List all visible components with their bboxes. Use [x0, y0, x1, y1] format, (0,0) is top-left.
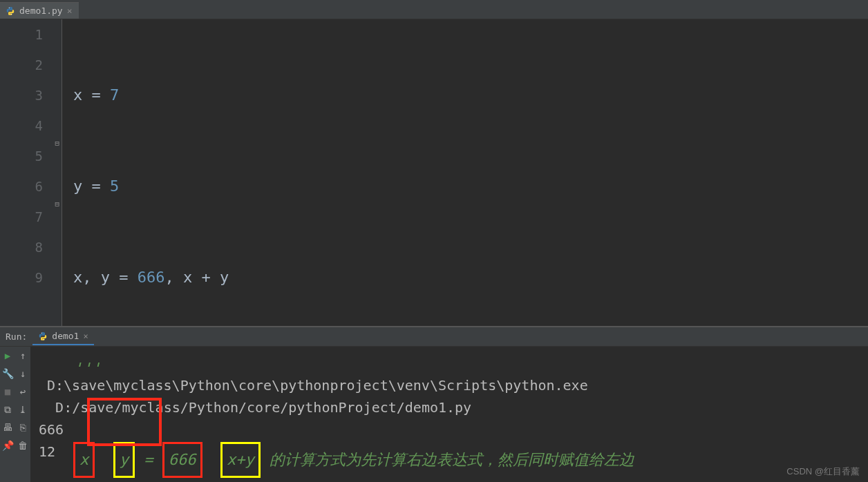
python-file-icon [38, 331, 48, 341]
line-number: 1 [0, 19, 43, 50]
wrench-icon[interactable]: 🔧 [1, 367, 14, 380]
export-icon[interactable]: ⎘ [17, 421, 29, 434]
line-number: 3 [0, 80, 43, 110]
editor-tab-bar: demo1.py × [0, 0, 868, 19]
run-panel: ▶ 🔧 ■ ⧉ 🖶 📌 ↑ ↓ ↩ ⤓ ⎘ 🗑 D:\save\myclass\… [0, 347, 868, 482]
line-number: 2 [0, 50, 43, 80]
close-icon[interactable]: × [67, 6, 73, 15]
code-editor[interactable]: 1 2 3 4 5 6 7 8 9 ⊟ ⊟ x = 7 y = 5 x, y =… [0, 19, 868, 326]
line-number-gutter: 1 2 3 4 5 6 7 8 9 ⊟ ⊟ [0, 19, 62, 326]
console-line: D:\save\myclass\Python\core\pythonprojec… [39, 377, 588, 394]
run-toolbar-left: ▶ 🔧 ■ ⧉ 🖶 📌 [0, 347, 15, 482]
console-output[interactable]: D:\save\myclass\Python\core\pythonprojec… [30, 347, 868, 482]
pin-icon[interactable]: 📌 [1, 439, 14, 452]
layout-icon[interactable]: ⧉ [1, 403, 14, 416]
svg-point-2 [41, 332, 42, 333]
python-file-icon [6, 6, 15, 16]
editor-tab-demo1[interactable]: demo1.py × [0, 2, 79, 19]
run-toolbar-right: ↑ ↓ ↩ ⤓ ⎘ 🗑 [15, 347, 30, 482]
console-line: 666 [39, 421, 64, 438]
line-number: 9 [0, 262, 43, 293]
down-arrow-icon[interactable]: ↓ [17, 367, 29, 380]
code-line: x = 7 [73, 80, 868, 110]
svg-point-0 [9, 7, 10, 8]
soft-wrap-icon[interactable]: ↩ [17, 385, 29, 398]
line-number: 4 [0, 110, 43, 141]
svg-point-1 [11, 14, 12, 15]
fold-icon[interactable]: ⊟ [55, 189, 59, 220]
console-line: 12 [39, 443, 55, 460]
code-line: y = 5 [73, 171, 868, 202]
line-number: 5 [0, 141, 43, 171]
watermark: CSDN @红目香薰 [786, 465, 860, 478]
code-area[interactable]: x = 7 y = 5 x, y = 666, x + y ''' x y = … [62, 19, 868, 326]
up-arrow-icon[interactable]: ↑ [17, 349, 29, 362]
run-label: Run: [0, 331, 32, 342]
line-number: 8 [0, 232, 43, 262]
svg-point-3 [44, 339, 44, 340]
console-line: D:/save/myclass/Python/core/pythonProjec… [55, 399, 471, 416]
fold-icon[interactable]: ⊟ [55, 128, 59, 159]
print-icon[interactable]: 🖶 [1, 421, 14, 434]
tab-filename: demo1.py [19, 6, 63, 16]
code-line: x, y = 666, x + y [73, 262, 868, 293]
stop-button[interactable]: ■ [1, 385, 14, 398]
scroll-to-end-icon[interactable]: ⤓ [17, 403, 29, 416]
rerun-button[interactable]: ▶ [1, 349, 14, 362]
trash-icon[interactable]: 🗑 [17, 439, 29, 452]
line-number: 7 [0, 202, 43, 232]
line-number: 6 [0, 171, 43, 202]
